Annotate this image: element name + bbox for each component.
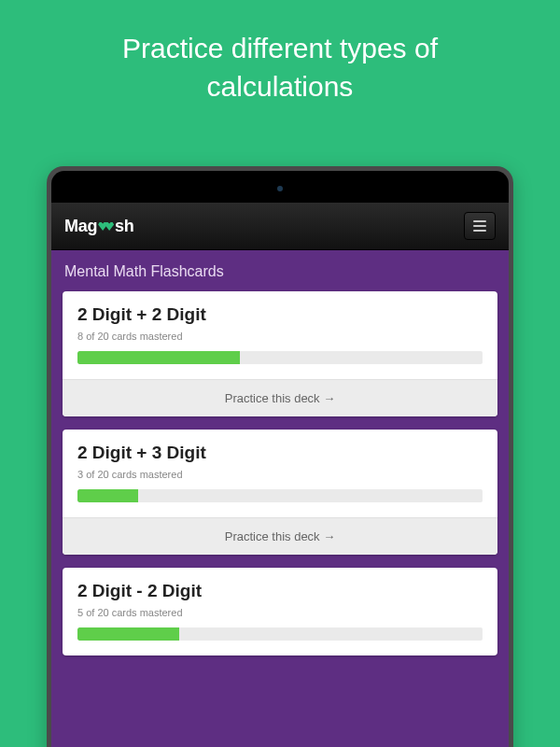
deck-card: 2 Digit - 2 Digit 5 of 20 cards mastered [63,568,497,655]
progress-bar [77,489,483,502]
tablet-frame: Mag sh Mental Math Flashcards 2 Digit + … [47,166,513,747]
logo-hearts-icon [98,221,114,231]
deck-title: 2 Digit + 2 Digit [77,304,483,325]
practice-deck-button[interactable]: Practice this deck → [63,517,497,555]
progress-fill [77,627,179,641]
deck-info: 2 Digit + 2 Digit 8 of 20 cards mastered [63,291,497,379]
deck-info: 2 Digit + 3 Digit 3 of 20 cards mastered [63,430,497,517]
hero-headline: Practice different types of calculations [0,0,560,139]
progress-fill [77,489,138,502]
deck-title: 2 Digit + 3 Digit [77,443,483,463]
app-header: Mag sh [51,203,509,250]
menu-button[interactable] [464,212,496,240]
deck-progress-text: 5 of 20 cards mastered [77,607,483,618]
progress-fill [77,351,240,364]
deck-progress-text: 8 of 20 cards mastered [77,331,483,342]
logo-text-pre: Mag [64,217,97,236]
tablet-camera [277,186,283,191]
logo: Mag sh [64,217,134,236]
app-body: Mental Math Flashcards 2 Digit + 2 Digit… [51,250,509,747]
progress-bar [77,351,483,364]
deck-title: 2 Digit - 2 Digit [77,581,483,601]
tablet-screen: Mag sh Mental Math Flashcards 2 Digit + … [51,171,509,747]
deck-card: 2 Digit + 2 Digit 8 of 20 cards mastered… [63,291,497,416]
logo-text-post: sh [115,217,133,236]
deck-info: 2 Digit - 2 Digit 5 of 20 cards mastered [63,568,497,655]
hamburger-icon [473,220,486,222]
progress-bar [77,627,483,641]
deck-card: 2 Digit + 3 Digit 3 of 20 cards mastered… [63,430,497,555]
practice-deck-button[interactable]: Practice this deck → [63,379,497,416]
section-title: Mental Math Flashcards [63,263,497,280]
deck-progress-text: 3 of 20 cards mastered [77,469,483,480]
hamburger-icon [473,225,486,227]
hamburger-icon [473,230,486,232]
